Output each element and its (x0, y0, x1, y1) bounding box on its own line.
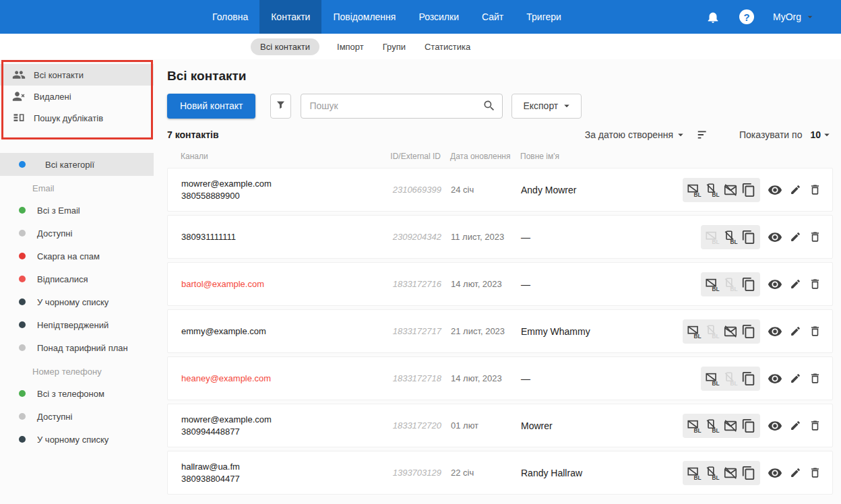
copy-icon[interactable] (741, 229, 757, 245)
copy-icon[interactable] (741, 182, 757, 198)
unsubscribe-email-icon[interactable] (722, 323, 739, 340)
nav-item[interactable]: Повідомлення (321, 0, 407, 34)
delete-icon[interactable] (809, 466, 821, 479)
help-icon[interactable]: ? (739, 9, 754, 24)
funnel-icon (275, 99, 286, 113)
view-icon[interactable] (768, 230, 782, 245)
category-label: Всі категорії (45, 160, 94, 170)
delete-icon[interactable] (809, 183, 821, 196)
blacklist-email-icon[interactable]: BL (686, 418, 702, 434)
edit-icon[interactable] (790, 231, 801, 243)
sidebar-item[interactable]: Пошук дублікатів (0, 107, 154, 129)
sidebar-top-group: Всі контакти Видалені Пошук дублікатів (0, 64, 159, 129)
search-input[interactable] (301, 94, 503, 119)
view-icon[interactable] (768, 418, 782, 433)
view-icon[interactable] (768, 324, 782, 339)
category-label: Скарга на спам (37, 251, 100, 261)
view-icon[interactable] (768, 183, 782, 197)
sort-by-dropdown[interactable]: За датою створення (585, 129, 687, 141)
blacklist-email-icon: BL (704, 229, 720, 245)
sidebar-category[interactable]: У чорному списку (0, 290, 154, 313)
org-name: MyOrg (773, 11, 801, 22)
unsubscribe-email-icon[interactable] (722, 418, 739, 434)
filter-button[interactable] (270, 94, 291, 119)
contact-id: 1833172716 (374, 279, 441, 289)
edit-icon[interactable] (790, 278, 801, 290)
subnav-item[interactable]: Імпорт (336, 38, 365, 55)
per-page-dropdown[interactable]: 10 (810, 129, 833, 141)
delete-icon[interactable] (809, 230, 821, 243)
chevron-down-icon (821, 129, 833, 141)
chevron-down-icon (805, 11, 815, 22)
category-label: Відписалися (37, 274, 88, 284)
edit-icon[interactable] (790, 325, 801, 337)
category-dot (19, 390, 26, 397)
channel-actions-group: BLBL (701, 225, 760, 249)
sidebar-category[interactable]: Відписалися (0, 267, 154, 290)
view-icon[interactable] (768, 466, 782, 480)
delete-icon[interactable] (809, 278, 821, 290)
view-icon[interactable] (768, 277, 782, 292)
chevron-down-icon (675, 129, 687, 141)
subnav-item[interactable]: Статистика (423, 38, 472, 55)
edit-icon[interactable] (790, 420, 801, 431)
export-button[interactable]: Експорт (511, 94, 582, 119)
blacklist-phone-icon[interactable]: BL (704, 182, 720, 198)
blacklist-phone-icon[interactable]: BL (722, 229, 739, 245)
sidebar-category-all[interactable]: Всі категорії (0, 153, 154, 176)
unsubscribe-email-icon[interactable] (722, 465, 739, 481)
nav-item[interactable]: Контакти (259, 0, 321, 34)
sidebar-category[interactable]: Понад тарифний план (0, 336, 154, 359)
copy-icon[interactable] (741, 371, 757, 387)
main-nav: ГоловнаКонтактиПовідомленняРозсилкиСайтТ… (201, 0, 573, 34)
edit-icon[interactable] (790, 467, 801, 478)
bell-icon[interactable] (706, 9, 720, 24)
sidebar-category[interactable]: Всі з телефоном (0, 382, 154, 405)
category-dot (19, 253, 26, 259)
view-icon[interactable] (768, 371, 782, 386)
row-actions: BLBL (683, 414, 821, 438)
nav-item[interactable]: Головна (201, 0, 259, 34)
sidebar-category[interactable]: Доступні (0, 222, 154, 245)
sidebar-category[interactable]: Доступні (0, 405, 154, 428)
blacklist-email-icon[interactable]: BL (686, 323, 702, 340)
sort-order-icon[interactable] (696, 127, 711, 142)
sidebar-category[interactable]: Всі з Email (0, 199, 154, 222)
copy-icon[interactable] (741, 276, 757, 292)
channel-actions-group: BLBL (683, 414, 760, 438)
unsubscribe-email-icon[interactable] (722, 182, 739, 198)
sidebar-item[interactable]: Видалені (0, 86, 154, 107)
contact-name: — (521, 232, 674, 243)
nav-item[interactable]: Розсилки (407, 0, 470, 34)
org-menu[interactable]: MyOrg (773, 11, 815, 22)
blacklist-email-icon[interactable]: BL (704, 276, 720, 292)
delete-icon[interactable] (809, 419, 821, 432)
delete-icon[interactable] (809, 325, 821, 338)
contact-name: Mowrer (521, 420, 674, 431)
copy-icon[interactable] (741, 465, 757, 481)
nav-item[interactable]: Сайт (470, 0, 515, 34)
nav-item[interactable]: Тригери (515, 0, 573, 34)
blacklist-email-icon[interactable]: BL (704, 371, 720, 387)
copy-icon[interactable] (741, 323, 757, 340)
new-contact-button[interactable]: Новий контакт (167, 94, 255, 119)
sidebar-category[interactable]: Непідтверджений (0, 313, 154, 336)
edit-icon[interactable] (790, 184, 801, 195)
sidebar-category[interactable]: У чорному списку (0, 428, 154, 451)
sidebar-section-title: Email (0, 176, 159, 199)
sidebar-item-label: Пошук дублікатів (34, 113, 103, 123)
blacklist-email-icon[interactable]: BL (686, 182, 702, 198)
search-icon[interactable] (482, 99, 496, 113)
blacklist-phone-icon[interactable]: BL (704, 418, 720, 434)
contact-name: — (521, 373, 674, 384)
sidebar-item[interactable]: Всі контакти (0, 64, 154, 86)
subnav-item[interactable]: Всі контакти (251, 38, 319, 55)
edit-icon[interactable] (790, 373, 801, 384)
blacklist-email-icon[interactable]: BL (686, 465, 702, 481)
delete-icon[interactable] (809, 372, 821, 385)
blacklist-phone-icon[interactable]: BL (704, 465, 720, 481)
copy-icon[interactable] (741, 418, 757, 434)
subnav-item[interactable]: Групи (381, 38, 407, 55)
search-wrap (301, 94, 503, 119)
sidebar-category[interactable]: Скарга на спам (0, 245, 154, 267)
